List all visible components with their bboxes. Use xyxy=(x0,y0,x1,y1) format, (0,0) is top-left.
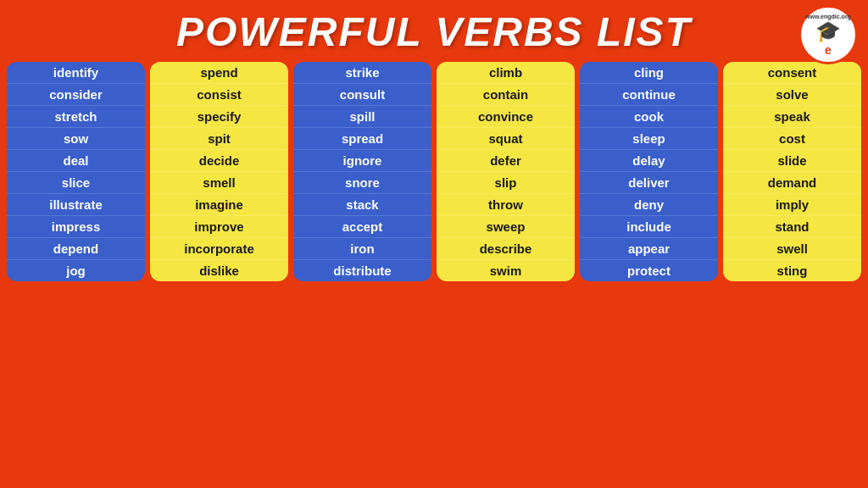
list-item: slice xyxy=(7,172,145,194)
list-item: improve xyxy=(150,216,288,238)
verb-word: swell xyxy=(776,241,808,256)
list-item: incorporate xyxy=(150,238,288,260)
verb-word: delay xyxy=(632,153,665,168)
list-item: consist xyxy=(150,84,288,106)
verb-word: deal xyxy=(63,153,88,168)
list-item: illustrate xyxy=(7,194,145,216)
list-item: specify xyxy=(150,106,288,128)
verb-word: continue xyxy=(622,87,676,102)
verb-word: climb xyxy=(489,65,522,80)
verb-word: cook xyxy=(634,109,664,124)
verb-grid: identifyconsiderstretchsowdealsliceillus… xyxy=(0,62,868,288)
column-col5: clingcontinuecooksleepdelaydeliverdenyin… xyxy=(580,62,718,281)
verb-word: spit xyxy=(208,131,231,146)
list-item: stand xyxy=(723,216,861,238)
column-col3: strikeconsultspillspreadignoresnorestack… xyxy=(293,62,431,281)
verb-word: deliver xyxy=(628,175,669,190)
list-item: cling xyxy=(580,62,718,84)
verb-word: slide xyxy=(777,153,806,168)
verb-word: slice xyxy=(62,175,90,190)
verb-word: deny xyxy=(634,197,664,212)
list-item: impress xyxy=(7,216,145,238)
list-item: sweep xyxy=(437,216,575,238)
list-item: continue xyxy=(580,84,718,106)
verb-word: sting xyxy=(777,263,808,278)
list-item: imagine xyxy=(150,194,288,216)
list-item: sleep xyxy=(580,128,718,150)
list-item: spit xyxy=(150,128,288,150)
verb-word: slip xyxy=(495,175,517,190)
list-item: swell xyxy=(723,238,861,260)
verb-word: defer xyxy=(490,153,521,168)
list-item: sow xyxy=(7,128,145,150)
verb-word: stretch xyxy=(54,109,97,124)
verb-word: incorporate xyxy=(184,241,254,256)
column-col4: climbcontainconvincesquatdeferslipthrows… xyxy=(437,62,575,281)
list-item: sting xyxy=(723,260,861,281)
list-item: protect xyxy=(580,260,718,281)
verb-word: consult xyxy=(340,87,385,102)
list-item: spill xyxy=(293,106,431,128)
verb-word: specify xyxy=(198,109,242,124)
list-item: include xyxy=(580,216,718,238)
list-item: cost xyxy=(723,128,861,150)
list-item: deliver xyxy=(580,172,718,194)
list-item: identify xyxy=(7,62,145,84)
verb-word: impress xyxy=(52,219,101,234)
list-item: dislike xyxy=(150,260,288,281)
list-item: delay xyxy=(580,150,718,172)
list-item: consult xyxy=(293,84,431,106)
column-col1: identifyconsiderstretchsowdealsliceillus… xyxy=(7,62,145,281)
column-col2: spendconsistspecifyspitdecidesmellimagin… xyxy=(150,62,288,281)
list-item: solve xyxy=(723,84,861,106)
list-item: smell xyxy=(150,172,288,194)
list-item: snore xyxy=(293,172,431,194)
verb-word: convince xyxy=(478,109,533,124)
verb-word: smell xyxy=(203,175,235,190)
verb-word: illustrate xyxy=(49,197,103,212)
page-title: POWERFUL VERBS LIST xyxy=(0,8,868,55)
verb-word: stack xyxy=(346,197,378,212)
verb-word: iron xyxy=(350,241,374,256)
verb-word: spend xyxy=(200,65,237,80)
list-item: depend xyxy=(7,238,145,260)
verb-word: appear xyxy=(628,241,670,256)
list-item: demand xyxy=(723,172,861,194)
verb-word: snore xyxy=(345,175,380,190)
list-item: deal xyxy=(7,150,145,172)
verb-word: squat xyxy=(488,131,522,146)
list-item: accept xyxy=(293,216,431,238)
verb-word: demand xyxy=(768,175,817,190)
verb-word: consist xyxy=(197,87,242,102)
list-item: strike xyxy=(293,62,431,84)
logo: www.engdic.org 🎓 e xyxy=(798,5,858,64)
verb-word: improve xyxy=(194,219,243,234)
verb-word: consent xyxy=(768,65,817,80)
verb-word: depend xyxy=(53,241,98,256)
list-item: consider xyxy=(7,84,145,106)
list-item: cook xyxy=(580,106,718,128)
list-item: imply xyxy=(723,194,861,216)
verb-word: throw xyxy=(488,197,523,212)
verb-word: spread xyxy=(342,131,383,146)
list-item: defer xyxy=(437,150,575,172)
list-item: stretch xyxy=(7,106,145,128)
list-item: slide xyxy=(723,150,861,172)
verb-word: strike xyxy=(345,65,379,80)
column-col6: consentsolvespeakcostslidedemandimplysta… xyxy=(723,62,861,281)
verb-word: cling xyxy=(634,65,664,80)
list-item: swim xyxy=(437,260,575,281)
list-item: describe xyxy=(437,238,575,260)
page-header: POWERFUL VERBS LIST www.engdic.org 🎓 e xyxy=(0,0,868,62)
verb-word: spill xyxy=(349,109,375,124)
list-item: climb xyxy=(437,62,575,84)
verb-word: decide xyxy=(199,153,240,168)
verb-word: sweep xyxy=(487,219,526,234)
verb-word: sow xyxy=(64,131,88,146)
list-item: slip xyxy=(437,172,575,194)
verb-word: identify xyxy=(53,65,98,80)
list-item: consent xyxy=(723,62,861,84)
verb-word: jog xyxy=(66,263,86,278)
verb-word: include xyxy=(626,219,671,234)
verb-word: sleep xyxy=(632,131,665,146)
